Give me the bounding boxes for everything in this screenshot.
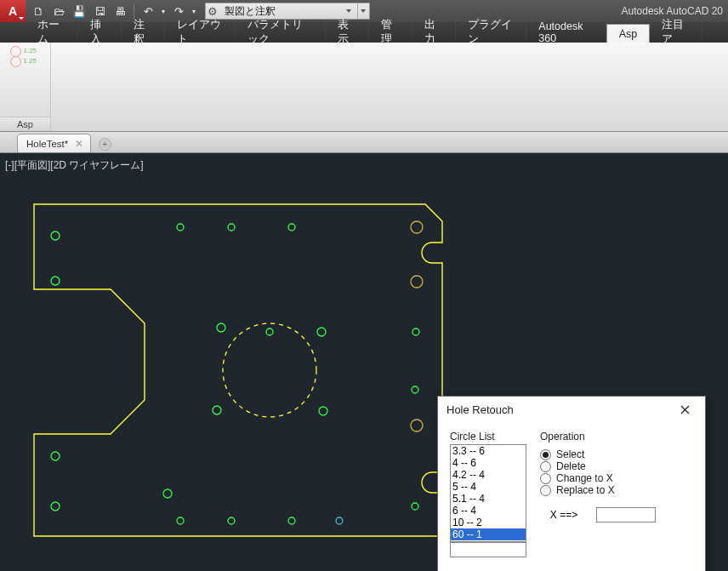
- drawing-tab-name: HoleTest*: [26, 139, 68, 149]
- close-icon: [680, 405, 690, 414]
- qat-separator: [134, 3, 134, 19]
- ribbon-tab-表示[interactable]: 表示: [326, 22, 369, 43]
- drawing-tab[interactable]: HoleTest* ✕: [17, 134, 91, 152]
- operation-radio-select[interactable]: Select: [540, 448, 656, 460]
- svg-point-8: [317, 328, 326, 336]
- ribbon-panel-asp: 1.25 1.25 Asp: [0, 43, 51, 131]
- drawing-canvas[interactable]: [-][平面図][2D ワイヤフレーム]: [0, 153, 728, 571]
- list-item[interactable]: 60 -- 1: [451, 528, 526, 540]
- save-icon[interactable]: 💾: [70, 2, 88, 20]
- svg-point-22: [163, 489, 172, 498]
- plus-icon: +: [99, 138, 111, 151]
- radio-icon: [540, 461, 551, 472]
- svg-point-21: [412, 503, 418, 510]
- ribbon-tabs: ホーム挿入注釈レイアウトパラメトリック表示管理出力プラグインAutodesk 3…: [0, 22, 728, 43]
- svg-point-12: [319, 407, 327, 415]
- operation-radio-label: Replace to X: [556, 484, 615, 496]
- operation-radio-label: Delete: [556, 460, 586, 472]
- circle-listbox[interactable]: 3.3 -- 64 -- 64.2 -- 45 -- 45.1 -- 46 --…: [450, 444, 526, 542]
- workspace-label: 製図と注釈: [221, 4, 340, 19]
- svg-point-1: [177, 224, 184, 231]
- svg-point-15: [51, 452, 60, 460]
- circle-list-filter-input[interactable]: [450, 542, 526, 557]
- ribbon-tab-注釈[interactable]: 注釈: [122, 22, 165, 43]
- svg-point-7: [266, 328, 273, 335]
- radio-icon: [540, 449, 551, 460]
- svg-point-16: [51, 502, 60, 511]
- list-item[interactable]: 10 -- 2: [451, 517, 526, 528]
- svg-point-10: [411, 276, 423, 288]
- hole-retouch-dialog: Hole Retouch Circle List 3.3 -- 64 -- 64…: [437, 396, 706, 571]
- svg-point-4: [411, 221, 423, 233]
- drawing-tab-bar: HoleTest* ✕ +: [0, 132, 728, 153]
- x-value-input[interactable]: [596, 507, 656, 522]
- ribbon-tab-ホーム[interactable]: ホーム: [26, 22, 78, 43]
- list-item[interactable]: 5 -- 4: [451, 481, 526, 493]
- dialog-title: Hole Retouch: [446, 403, 514, 416]
- ribbon-tab-レイアウト[interactable]: レイアウト: [165, 22, 236, 43]
- svg-point-6: [217, 323, 225, 332]
- svg-point-23: [223, 323, 316, 417]
- svg-point-18: [228, 517, 235, 524]
- circle-list-label: Circle List: [450, 431, 526, 443]
- svg-point-14: [411, 420, 423, 431]
- svg-point-5: [51, 277, 60, 285]
- gear-icon: ⚙: [208, 5, 218, 18]
- ribbon-tab-プラグイン[interactable]: プラグイン: [456, 22, 527, 43]
- ribbon-tab-注目ア[interactable]: 注目ア: [650, 22, 702, 43]
- title-bar: A 🗋 🗁 💾 🖫 🖶 ↶ ▾ ↷ ▾ ⚙ 製図と注釈 Autodesk Aut…: [0, 0, 728, 22]
- svg-point-17: [177, 517, 184, 524]
- undo-dd-icon[interactable]: ▾: [159, 2, 168, 20]
- svg-point-11: [213, 406, 221, 414]
- ribbon-panel-label: Asp: [0, 117, 50, 131]
- ribbon-tab-パラメトリック[interactable]: パラメトリック: [236, 22, 326, 43]
- hole-retouch-tool-icon[interactable]: 1.25 1.25: [9, 46, 43, 71]
- app-menu-button[interactable]: A: [0, 0, 26, 22]
- operation-radio-delete[interactable]: Delete: [540, 460, 656, 472]
- close-icon[interactable]: ✕: [75, 138, 83, 150]
- ribbon-tab-挿入[interactable]: 挿入: [78, 22, 122, 43]
- svg-point-3: [288, 224, 295, 231]
- ribbon-panel: 1.25 1.25 Asp: [0, 43, 728, 132]
- svg-point-20: [336, 517, 343, 524]
- chevron-down-icon: [346, 9, 351, 13]
- list-item[interactable]: 5.1 -- 4: [451, 493, 526, 505]
- x-value-label: X ==>: [540, 509, 588, 521]
- workspace-dd-expand[interactable]: [357, 3, 367, 19]
- ribbon-tab-管理[interactable]: 管理: [369, 22, 412, 43]
- ribbon-tab-Autodesk 360[interactable]: Autodesk 360: [526, 22, 606, 43]
- print-icon[interactable]: 🖶: [111, 2, 129, 20]
- window-title: Autodesk AutoCAD 20: [370, 5, 728, 17]
- list-item[interactable]: 4 -- 6: [451, 457, 526, 469]
- svg-point-9: [412, 328, 419, 335]
- list-item[interactable]: 6 -- 4: [451, 505, 526, 517]
- radio-icon: [540, 473, 551, 484]
- radio-icon: [540, 485, 551, 496]
- ribbon-tab-Asp[interactable]: Asp: [606, 24, 651, 43]
- list-item[interactable]: 4.2 -- 4: [451, 469, 526, 481]
- operation-radio-change-to-x[interactable]: Change to X: [540, 472, 656, 484]
- svg-point-0: [51, 231, 60, 240]
- operation-label: Operation: [540, 431, 656, 443]
- ribbon-tab-出力[interactable]: 出力: [412, 22, 456, 43]
- operation-radio-label: Change to X: [556, 472, 613, 484]
- dialog-titlebar[interactable]: Hole Retouch: [438, 397, 705, 422]
- app-icon-letter: A: [9, 4, 17, 18]
- dialog-close-button[interactable]: [673, 399, 697, 420]
- operation-radio-replace-to-x[interactable]: Replace to X: [540, 484, 656, 496]
- svg-point-2: [228, 224, 235, 231]
- workspace-dropdown[interactable]: ⚙ 製図と注釈: [205, 3, 370, 20]
- list-item[interactable]: 3.3 -- 6: [451, 445, 526, 457]
- operation-radio-label: Select: [556, 448, 584, 460]
- svg-point-19: [288, 517, 295, 524]
- svg-point-13: [412, 386, 418, 393]
- new-drawing-tab-button[interactable]: +: [94, 135, 115, 152]
